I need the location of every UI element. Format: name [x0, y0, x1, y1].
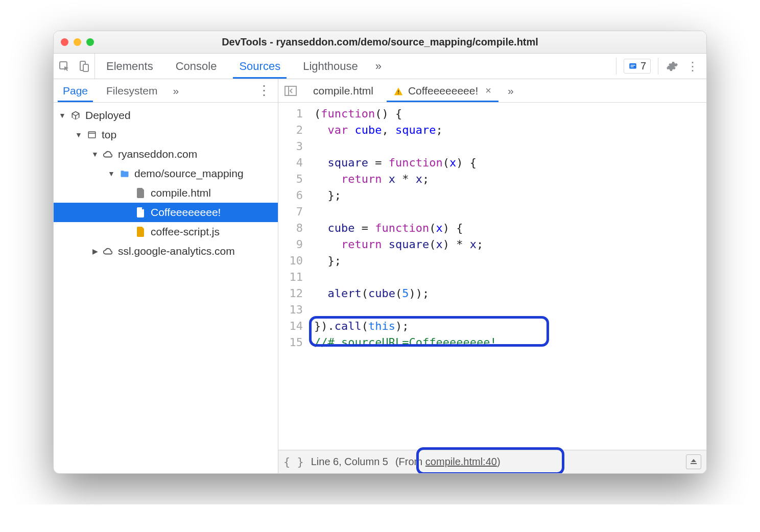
tree-label: coffee-script.js: [151, 226, 220, 238]
code-content[interactable]: (function() { var cube, square; square =…: [310, 103, 706, 450]
file-tree: ▼ Deployed ▼ top ▼ ryanseddon.com ▼: [54, 103, 278, 473]
svg-rect-10: [398, 90, 399, 92]
line-gutter: 123456789101112131415: [278, 103, 310, 450]
main-toolbar: Elements Console Sources Lighthouse » 7 …: [54, 54, 706, 79]
cloud-icon: [103, 246, 114, 257]
issues-count: 7: [640, 60, 646, 72]
editor-more-tabs-icon[interactable]: »: [502, 79, 520, 102]
source-origin: (From compile.html:40): [395, 456, 501, 468]
cloud-icon: [103, 149, 114, 160]
tree-label: demo/source_mapping: [134, 167, 244, 180]
source-origin-link[interactable]: compile.html:40: [425, 456, 497, 467]
tab-console[interactable]: Console: [164, 54, 228, 79]
svg-rect-2: [83, 64, 88, 71]
tree-root-deployed[interactable]: ▼ Deployed: [54, 106, 278, 125]
show-drawer-icon[interactable]: [686, 454, 701, 469]
cube-icon: [70, 110, 81, 121]
window-title: DevTools - ryanseddon.com/demo/source_ma…: [54, 36, 706, 48]
titlebar: DevTools - ryanseddon.com/demo/source_ma…: [54, 31, 706, 54]
maximize-window-button[interactable]: [86, 38, 94, 46]
frame-icon: [86, 129, 98, 140]
tree-label: Coffeeeeeeee!: [151, 206, 221, 219]
editor-tab-compile[interactable]: compile.html: [303, 79, 384, 102]
folder-icon: [119, 168, 130, 179]
code-editor[interactable]: 123456789101112131415 (function() { var …: [278, 103, 706, 450]
svg-rect-11: [398, 93, 399, 94]
tree-label: top: [102, 129, 116, 141]
sidebar-tab-filesystem[interactable]: Filesystem: [97, 79, 167, 102]
sidebar-more-tabs-icon[interactable]: »: [167, 79, 185, 102]
tree-file-coffeescript[interactable]: coffee-script.js: [54, 222, 278, 241]
editor-tab-label: compile.html: [313, 85, 373, 97]
svg-rect-4: [630, 65, 635, 66]
tab-lighthouse[interactable]: Lighthouse: [292, 54, 369, 79]
tree-folder[interactable]: ▼ demo/source_mapping: [54, 164, 278, 183]
close-window-button[interactable]: [61, 38, 68, 46]
inspect-element-icon[interactable]: [58, 60, 71, 73]
tree-file-compile[interactable]: compile.html: [54, 183, 278, 203]
svg-rect-5: [630, 66, 633, 67]
tab-sources[interactable]: Sources: [228, 54, 292, 79]
navigator-sidebar: Page Filesystem » ⋮ ▼ Deployed ▼ top ▼: [54, 79, 278, 473]
editor-statusbar: { } Line 6, Column 5 (From compile.html:…: [278, 450, 706, 473]
cursor-position: Line 6, Column 5: [311, 456, 388, 468]
navigator-toggle-icon[interactable]: [278, 79, 303, 102]
warning-icon: [394, 86, 403, 95]
file-icon: [135, 187, 147, 199]
tree-label: ryanseddon.com: [118, 148, 197, 160]
devtools-window: DevTools - ryanseddon.com/demo/source_ma…: [53, 31, 707, 474]
tree-domain-analytics[interactable]: ▶ ssl.google-analytics.com: [54, 241, 278, 261]
tab-elements[interactable]: Elements: [95, 54, 164, 79]
file-icon: [135, 207, 147, 218]
window-controls: [61, 38, 94, 46]
more-tabs-icon[interactable]: »: [369, 54, 388, 79]
device-toggle-icon[interactable]: [77, 60, 90, 73]
sidebar-kebab-icon[interactable]: ⋮: [250, 79, 278, 102]
tree-label: Deployed: [85, 109, 131, 122]
sidebar-tab-page[interactable]: Page: [54, 79, 97, 102]
tree-file-coffee[interactable]: Coffeeeeeeee!: [54, 203, 278, 222]
editor-tab-coffee[interactable]: Coffeeeeeeee! ×: [384, 79, 502, 102]
tree-label: compile.html: [151, 187, 211, 199]
settings-icon[interactable]: [666, 60, 679, 73]
editor-tab-label: Coffeeeeeeee!: [408, 85, 478, 97]
pretty-print-icon[interactable]: { }: [283, 455, 304, 468]
minimize-window-button[interactable]: [74, 38, 81, 46]
issues-badge[interactable]: 7: [624, 59, 651, 74]
file-icon: [135, 226, 147, 237]
kebab-menu-icon[interactable]: ⋮: [686, 60, 699, 73]
close-tab-icon[interactable]: ×: [485, 85, 491, 96]
tree-top[interactable]: ▼ top: [54, 125, 278, 144]
editor-pane: compile.html Coffeeeeeeee! × » 123456789…: [278, 79, 706, 473]
svg-rect-3: [629, 63, 636, 69]
tree-label: ssl.google-analytics.com: [118, 245, 235, 257]
svg-rect-6: [88, 132, 96, 138]
svg-rect-12: [691, 463, 697, 464]
tree-domain[interactable]: ▼ ryanseddon.com: [54, 144, 278, 164]
